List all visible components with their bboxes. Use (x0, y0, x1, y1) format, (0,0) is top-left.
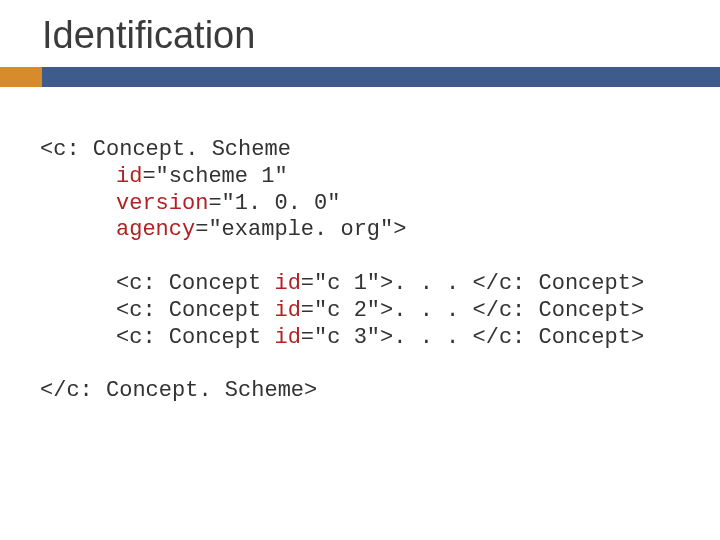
rule-accent-left (0, 67, 42, 87)
code-concept-3-attr: id (274, 325, 300, 350)
code-concept-1-open: <c: Concept (116, 271, 274, 296)
code-concept-2-open: <c: Concept (116, 298, 274, 323)
code-open-tag: <c: Concept. Scheme (40, 137, 291, 162)
code-attr-id-val: ="scheme 1" (142, 164, 287, 189)
code-concept-1-rest: ="c 1">. . . </c: Concept> (301, 271, 644, 296)
rule-main (42, 67, 720, 87)
code-attr-version-val: ="1. 0. 0" (208, 191, 340, 216)
code-block: <c: Concept. Scheme id="scheme 1" versio… (0, 87, 720, 405)
code-concept-2-attr: id (274, 298, 300, 323)
title-rule (0, 67, 720, 87)
code-concept-2-rest: ="c 2">. . . </c: Concept> (301, 298, 644, 323)
code-concept-1-attr: id (274, 271, 300, 296)
code-close-tag: </c: Concept. Scheme> (40, 378, 317, 403)
code-concept-3-open: <c: Concept (116, 325, 274, 350)
code-attr-version: version (116, 191, 208, 216)
code-concept-3-rest: ="c 3">. . . </c: Concept> (301, 325, 644, 350)
slide-title: Identification (0, 0, 720, 67)
code-attr-id: id (116, 164, 142, 189)
code-attr-agency-val: ="example. org"> (195, 217, 406, 242)
code-attr-agency: agency (116, 217, 195, 242)
